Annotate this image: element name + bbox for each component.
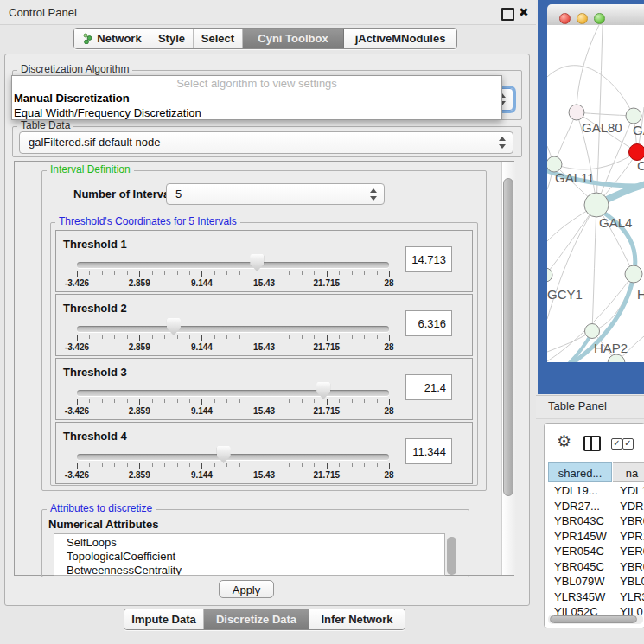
table-hscrollbar-thumb[interactable] [550,615,637,623]
list-item[interactable]: SelfLoops [54,536,444,550]
cell-shared-name: YLR345W [554,590,605,604]
tick-label: 2.859 [113,342,165,352]
tick-label: 21.715 [301,278,353,288]
zoom-traffic-light-icon[interactable] [594,13,605,24]
slider-thumb[interactable] [250,254,264,271]
interval-definition-label: Interval Definition [47,164,134,175]
cell-name: YDL1 [620,483,644,498]
tick-label: 28 [363,278,415,288]
close-icon[interactable]: ✖ [519,4,529,20]
node [547,268,552,282]
tick-label: 28 [363,470,415,480]
tick-label: 28 [363,406,415,416]
table-row[interactable]: YPR145WYPR1 [548,529,644,545]
list-item[interactable]: BetweennessCentrality [54,564,444,576]
attributes-scrollbar-thumb[interactable] [447,537,456,575]
tick-label: 9.144 [175,470,227,480]
node [626,108,641,124]
threshold-box-4: Threshold 4-3.4262.8599.14415.4321.71528 [55,422,473,484]
slider-track[interactable] [77,262,389,268]
tab-style[interactable]: Style [150,29,194,48]
attributes-group-label: Attributes to discretize [47,503,156,514]
network-window-titlebar[interactable] [547,4,644,26]
node-label: GAL11 [555,170,595,185]
checkbox-icon[interactable]: ✓ [622,438,634,450]
combo-arrows-icon [369,188,377,201]
node-label: GA [633,123,644,137]
tab-label: Network [97,32,141,45]
column-header-name[interactable]: na [613,462,644,482]
tick-label: 15.43 [239,278,290,288]
tab-impute-data[interactable]: Impute Data [124,609,204,629]
slider-thumb[interactable] [217,446,231,463]
tick-label: 21.715 [301,470,353,480]
cell-shared-name: YER054C [554,544,604,558]
tab-label: Infer Network [321,613,392,626]
tick-label: -3.426 [51,470,103,480]
list-item[interactable]: TopologicalCoefficient [54,550,444,564]
cell-shared-name: YPR145W [554,529,607,544]
table-row[interactable]: YER054CYER0 [548,544,644,559]
threshold-stack: Threshold 1-3.4262.8599.14415.4321.71528… [55,230,473,486]
slider-major-ticks [77,463,390,469]
thresholds-group-label: Threshold's Coordinates for 5 Intervals [55,216,240,227]
close-traffic-light-icon[interactable] [559,13,571,24]
threshold-box-3: Threshold 3-3.4262.8599.14415.4321.71528 [55,358,473,420]
split-columns-icon[interactable] [583,436,601,451]
minimize-traffic-light-icon[interactable] [577,13,588,24]
tick-label: 9.144 [175,278,227,288]
table-row[interactable]: YLR345WYLR3 [548,590,644,605]
slider-thumb[interactable] [316,382,330,399]
tab-select[interactable]: Select [194,29,243,48]
table-row[interactable]: YBR043CYBR0 [548,513,644,529]
checkbox-icon[interactable]: ✓ [611,438,622,450]
table-data-combo[interactable]: galFiltered.sif default node [19,131,513,154]
threshold-value-input[interactable] [405,310,452,336]
gear-icon[interactable]: ⚙ [557,431,571,451]
panel-title: Control Panel [9,6,77,19]
popup-option-equal-width-frequency[interactable]: Equal Width/Frequency Discretization [12,105,503,120]
node-label: HAP2 [594,341,628,355]
tab-infer-network[interactable]: Infer Network [309,609,405,629]
control-panel-tabbar: NetworkStyleSelectCyni ToolboxjActiveMNo… [73,28,457,49]
float-window-icon[interactable] [501,8,514,21]
table-data-value: galFiltered.sif default node [29,136,160,149]
node-label: C [637,158,644,173]
tab-network[interactable]: Network [74,29,150,48]
table-row[interactable]: YBR045CYBR0 [548,559,644,575]
cell-name: YER0 [620,544,644,558]
network-canvas[interactable]: GAL80GAGAL11CGAL4GCY1HHAP2 [547,25,644,362]
tab-jactivemnodules[interactable]: jActiveMNodules [344,29,456,48]
tick-label: -3.426 [51,278,103,288]
table-row[interactable]: YBL079WYBL0 [548,574,644,590]
slider-thumb[interactable] [167,318,181,335]
slider-track[interactable] [77,454,389,460]
threshold-label: Threshold 4 [63,430,127,443]
threshold-value-input[interactable] [405,438,452,464]
number-of-intervals-combo[interactable]: 5 [166,183,385,205]
tab-label: Select [201,32,234,45]
tab-label: jActiveMNodules [355,32,446,45]
table-row[interactable]: YDL19...YDL1 [548,483,644,499]
slider-track[interactable] [77,390,389,396]
tick-label: 2.859 [113,278,165,288]
tab-cyni-toolbox[interactable]: Cyni Toolbox [243,29,344,48]
viewport-scrollbar-thumb[interactable] [503,178,513,496]
cell-name: YBR0 [620,559,644,574]
slider-track[interactable] [77,326,389,332]
numerical-attributes-list[interactable]: SelfLoopsTopologicalCoefficientBetweenne… [54,533,445,576]
threshold-label: Threshold 3 [63,366,127,379]
table-row[interactable]: YDR27...YDR2 [548,499,644,514]
column-header-shared[interactable]: shared... [548,462,612,482]
slider-major-ticks [77,399,390,405]
threshold-value-input[interactable] [405,374,452,400]
tab-discretize-data[interactable]: Discretize Data [204,609,309,629]
popup-option-manual-discretization[interactable]: Manual Discretization [12,91,503,105]
app-root: { "window": { "title": "Control Panel" }… [0,0,644,644]
node [569,105,584,120]
cell-shared-name: YDR27... [554,499,600,513]
cell-name: YLR3 [620,590,644,604]
cell-shared-name: YDL19... [554,483,598,498]
threshold-value-input[interactable] [405,246,452,272]
apply-button[interactable]: Apply [219,580,274,598]
